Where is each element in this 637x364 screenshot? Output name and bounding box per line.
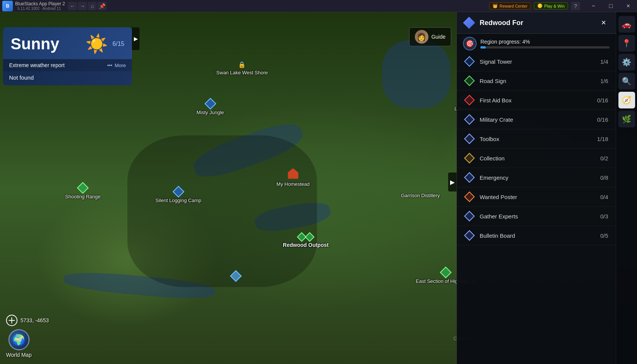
dots-icon: ••• bbox=[107, 63, 113, 68]
east-highway-icon bbox=[440, 267, 452, 278]
app-version: 5.11.42.1002 · Android 11 bbox=[17, 6, 65, 11]
weather-main: Sunny ☀️ 6/15 bbox=[3, 27, 132, 59]
homestead-icon bbox=[288, 168, 298, 179]
region-title: Redwood For bbox=[480, 19, 593, 27]
list-item-wanted-poster[interactable]: Wanted Poster 0/4 bbox=[457, 187, 616, 207]
signal-bottom[interactable] bbox=[232, 272, 240, 280]
close-panel-button[interactable]: × bbox=[598, 17, 610, 29]
list-item-bulletin-board[interactable]: Bulletin Board 0/5 bbox=[457, 226, 616, 245]
compass-icon: 🧭 bbox=[622, 96, 631, 105]
play-win-button[interactable]: 🪙 Play & Win bbox=[534, 2, 568, 9]
signal-tower-icon bbox=[464, 56, 474, 66]
region-icon bbox=[463, 17, 475, 29]
vehicle-icon: 🚗 bbox=[622, 20, 631, 29]
location-misty-jungle[interactable]: Misty Jungle bbox=[196, 99, 224, 115]
search-button[interactable]: 🔍 bbox=[618, 73, 635, 89]
list-item-gather-experts[interactable]: Gather Experts 0/3 bbox=[457, 207, 616, 226]
far-right-toolbar: 🚗 📍 ⚙️ 🔍 🧭 🌿 bbox=[616, 12, 637, 364]
not-found-label: Not found bbox=[9, 74, 34, 81]
emergency-count: 0/8 bbox=[600, 174, 608, 181]
minimize-button[interactable]: − bbox=[585, 0, 602, 12]
more-button[interactable]: ••• More bbox=[107, 63, 126, 68]
list-item-toolbox[interactable]: Toolbox 1/18 bbox=[457, 129, 616, 149]
bottom-left: 5733, -4653 🌍 World Map bbox=[6, 315, 49, 358]
map-pin-icon: 📍 bbox=[622, 39, 631, 48]
location-silent-logging[interactable]: Silent Logging Camp bbox=[155, 187, 201, 203]
right-panel-header: Redwood For × bbox=[457, 12, 616, 34]
progress-bar-fill bbox=[480, 46, 486, 49]
wanted-poster-name: Wanted Poster bbox=[480, 194, 595, 200]
compass-button[interactable]: 🧭 bbox=[618, 92, 635, 108]
right-panel: Redwood For × 🎯 Region progress: 4% Sign… bbox=[457, 12, 616, 364]
nav-buttons: ← → ⌂ 📌 bbox=[68, 2, 107, 10]
app-icon: B bbox=[2, 1, 13, 11]
nav-pin-button[interactable]: 📌 bbox=[97, 2, 107, 10]
settings-icon: ⚙️ bbox=[622, 58, 631, 67]
guide-button[interactable]: 👩 Guide bbox=[409, 27, 451, 46]
progress-row: 🎯 Region progress: 4% bbox=[457, 34, 616, 52]
toolbox-icon bbox=[464, 134, 474, 144]
bulletin-board-name: Bulletin Board bbox=[480, 232, 595, 239]
misty-jungle-label: Misty Jungle bbox=[196, 109, 224, 115]
settings-button[interactable]: ⚙️ bbox=[618, 54, 635, 71]
world-map-button[interactable]: 🌍 World Map bbox=[6, 329, 31, 358]
first-aid-name: First Aid Box bbox=[480, 97, 592, 104]
location-redwood-outpost[interactable]: Redwood Outpost bbox=[283, 234, 329, 248]
toolbox-name: Toolbox bbox=[480, 136, 592, 142]
progress-text: Region progress: 4% bbox=[480, 39, 610, 45]
weather-sun-icon: ☀️ bbox=[85, 33, 108, 55]
progress-icon: 🎯 bbox=[463, 37, 477, 50]
list-item-collection[interactable]: Collection 0/2 bbox=[457, 149, 616, 168]
list-item-first-aid[interactable]: First Aid Box 0/16 bbox=[457, 91, 616, 110]
emergency-icon bbox=[464, 173, 474, 182]
first-aid-count: 0/16 bbox=[597, 97, 608, 104]
location-garrison[interactable]: Garrison Distillery bbox=[401, 192, 440, 198]
leaf-button[interactable]: 🌿 bbox=[618, 111, 635, 127]
nav-forward-button[interactable]: → bbox=[78, 2, 87, 10]
guide-avatar: 👩 bbox=[415, 30, 428, 44]
location-my-homestead[interactable]: My Homestead bbox=[276, 168, 309, 187]
road-sign-count: 1/6 bbox=[600, 78, 608, 84]
weather-panel: Sunny ☀️ 6/15 Extreme weather report •••… bbox=[3, 27, 132, 85]
nav-home-button[interactable]: ⌂ bbox=[88, 2, 97, 10]
crown-icon: 👑 bbox=[493, 3, 498, 8]
panel-collapse-button[interactable]: ▶ bbox=[448, 173, 457, 191]
crosshair-icon bbox=[6, 315, 17, 326]
silent-logging-label: Silent Logging Camp bbox=[155, 197, 201, 203]
garrison-label: Garrison Distillery bbox=[401, 192, 440, 198]
nav-back-button[interactable]: ← bbox=[68, 2, 77, 10]
map-pin-button[interactable]: 📍 bbox=[618, 35, 635, 52]
collection-name: Collection bbox=[480, 155, 595, 162]
list-item-military-crate[interactable]: Military Crate 0/16 bbox=[457, 110, 616, 129]
help-button[interactable]: ? bbox=[571, 2, 580, 10]
military-crate-icon bbox=[464, 115, 474, 124]
road-sign-name: Road Sign bbox=[480, 78, 595, 84]
chevron-right-icon: ▶ bbox=[134, 36, 138, 42]
gather-experts-name: Gather Experts bbox=[480, 213, 595, 220]
more-label: More bbox=[115, 63, 126, 68]
vehicle-button[interactable]: 🚗 bbox=[618, 16, 635, 33]
leaf-icon: 🌿 bbox=[622, 115, 631, 124]
titlebar: B BlueStacks App Player 2 5.11.42.1002 ·… bbox=[0, 0, 637, 12]
list-item-road-sign[interactable]: Road Sign 1/6 bbox=[457, 71, 616, 91]
collapse-arrow[interactable]: ▶ bbox=[132, 27, 140, 50]
collection-count: 0/2 bbox=[600, 155, 608, 162]
redwood-icons bbox=[298, 234, 313, 240]
wanted-poster-icon bbox=[464, 192, 474, 202]
list-item-emergency[interactable]: Emergency 0/8 bbox=[457, 168, 616, 187]
list-item-signal-tower[interactable]: Signal Tower 1/4 bbox=[457, 52, 616, 71]
location-swan-lake[interactable]: 🔒 Swan Lake West Shore bbox=[217, 61, 268, 75]
close-button[interactable]: × bbox=[620, 0, 637, 12]
reward-section: 👑 Reward Center 🪙 Play & Win ? bbox=[489, 2, 580, 10]
coordinates: 5733, -4653 bbox=[6, 315, 49, 326]
world-map-icon: 🌍 bbox=[8, 329, 30, 350]
bulletin-board-icon bbox=[464, 231, 474, 240]
lock-icon: 🔒 bbox=[238, 61, 246, 68]
search-icon: 🔍 bbox=[622, 77, 631, 86]
guide-label: Guide bbox=[431, 34, 446, 40]
maximize-button[interactable]: □ bbox=[602, 0, 620, 12]
progress-bar-wrap: Region progress: 4% bbox=[480, 39, 610, 49]
reward-center-button[interactable]: 👑 Reward Center bbox=[489, 2, 531, 9]
location-shooting-range[interactable]: Shooting Range bbox=[65, 184, 100, 199]
terrain-1 bbox=[127, 135, 317, 287]
